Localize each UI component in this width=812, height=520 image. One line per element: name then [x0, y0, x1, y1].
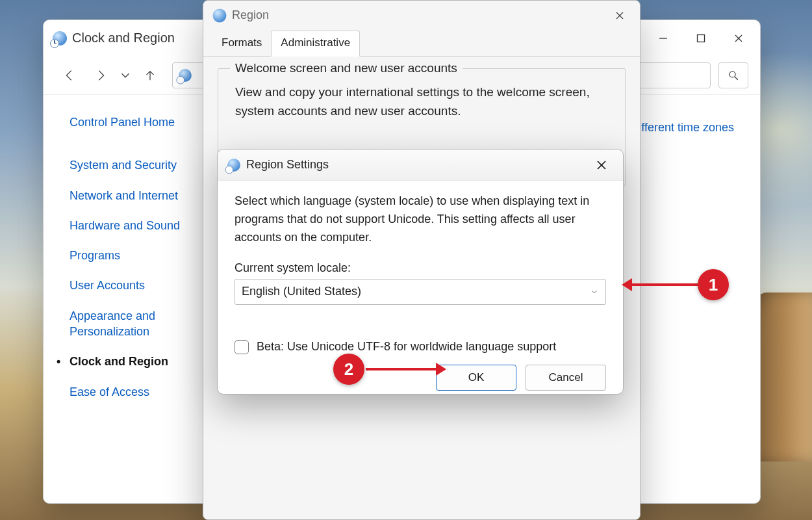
clock-region-icon [53, 31, 67, 46]
region-settings-title: Region Settings [246, 158, 329, 172]
utf8-beta-checkbox[interactable] [235, 340, 249, 354]
cancel-button[interactable]: Cancel [526, 365, 606, 391]
welcome-screen-group-label: Welcome screen and new user accounts [230, 61, 463, 75]
sidebar-item-ease-of-access[interactable]: Ease of Access [70, 384, 190, 400]
search-button[interactable] [718, 62, 748, 88]
region-settings-icon [227, 159, 240, 172]
region-settings-close-button[interactable] [585, 152, 618, 178]
callout-arrow-2 [366, 368, 437, 370]
chevron-down-icon [590, 287, 599, 296]
up-button[interactable] [136, 61, 164, 90]
callout-arrow-1 [631, 283, 698, 286]
minimize-button[interactable] [644, 23, 682, 53]
addressbar-icon [179, 69, 192, 82]
region-settings-titlebar: Region Settings [218, 150, 623, 181]
forward-button[interactable] [86, 61, 115, 90]
sidebar-item-programs[interactable]: Programs [70, 248, 190, 263]
sidebar-item-hardware-sound[interactable]: Hardware and Sound [70, 218, 190, 233]
tab-administrative[interactable]: Administrative [271, 31, 360, 57]
sidebar-control-panel-home[interactable]: Control Panel Home [70, 114, 190, 130]
sidebar-item-appearance[interactable]: Appearance and Personalization [70, 308, 190, 340]
region-settings-description: Select which language (system locale) to… [235, 192, 606, 247]
region-icon [213, 8, 227, 22]
desktop-wallpaper: Clock and Region Control Panel Home Syst… [0, 0, 812, 520]
callout-badge-1: 1 [698, 269, 729, 300]
sidebar-item-user-accounts[interactable]: User Accounts [70, 278, 190, 293]
callout-badge-2: 2 [333, 354, 364, 385]
tab-formats[interactable]: Formats [212, 31, 271, 56]
welcome-screen-group-desc: View and copy your international setting… [235, 83, 599, 120]
region-tabstrip: Formats Administrative [203, 30, 640, 57]
back-button[interactable] [55, 61, 84, 90]
recent-locations-button[interactable] [118, 61, 133, 90]
svg-rect-1 [698, 34, 705, 42]
svg-point-4 [730, 72, 735, 77]
ok-button[interactable]: OK [436, 365, 516, 391]
utf8-beta-label: Beta: Use Unicode UTF-8 for worldwide la… [257, 340, 556, 354]
maximize-button[interactable] [682, 23, 720, 53]
close-button[interactable] [720, 23, 757, 53]
sidebar-item-clock-region[interactable]: Clock and Region [70, 354, 190, 369]
region-title: Region [232, 8, 269, 22]
sidebar-item-system-security[interactable]: System and Security [70, 157, 190, 173]
system-locale-label: Current system locale: [235, 261, 606, 275]
control-panel-sidebar: Control Panel Home System and Security N… [44, 95, 190, 503]
sidebar-item-network-internet[interactable]: Network and Internet [70, 188, 190, 203]
region-close-button[interactable] [603, 3, 636, 29]
region-settings-dialog: Region Settings Select which language (s… [217, 149, 624, 395]
region-titlebar: Region [203, 1, 640, 30]
svg-line-5 [735, 77, 738, 80]
system-locale-select[interactable]: English (United States) [235, 279, 606, 305]
system-locale-value: English (United States) [242, 285, 361, 298]
control-panel-title: Clock and Region [72, 31, 175, 46]
different-time-zones-link[interactable]: different time zones [632, 121, 734, 135]
